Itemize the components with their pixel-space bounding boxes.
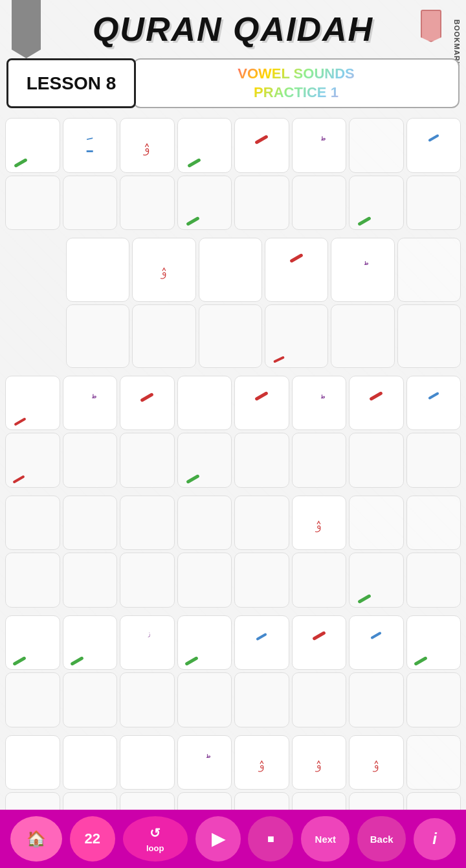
cell-6-8[interactable] (406, 433, 461, 488)
bookmark-icon[interactable] (421, 10, 447, 45)
cell-11-5[interactable]: ۉ (234, 735, 289, 790)
cell-4-3[interactable] (199, 304, 262, 368)
cell-1-6[interactable]: ؕ (292, 118, 347, 173)
cell-10-8[interactable] (406, 672, 461, 727)
cell-4-6[interactable] (397, 304, 461, 368)
cell-2-3[interactable] (120, 176, 175, 231)
cell-6-2[interactable] (63, 433, 118, 488)
home-button[interactable]: 🏠 (10, 816, 62, 862)
stop-button[interactable]: ■ (248, 816, 293, 862)
grid-row-1: ﹷ ۉ ؕ (5, 118, 461, 173)
cell-1-5[interactable] (234, 118, 289, 173)
cell-5-3[interactable] (120, 376, 175, 431)
cell-7-2[interactable] (63, 496, 118, 551)
grid-row-10 (5, 672, 461, 727)
cell-10-7[interactable] (349, 672, 404, 727)
cell-9-4[interactable] (177, 615, 232, 670)
cell-9-7[interactable] (349, 615, 404, 670)
info-button[interactable]: i (414, 818, 456, 860)
home-icon: 🏠 (27, 830, 46, 848)
cell-10-5[interactable] (234, 672, 289, 727)
cell-10-4[interactable] (177, 672, 232, 727)
cell-2-6[interactable] (292, 176, 347, 231)
cell-6-1[interactable] (5, 433, 60, 488)
cell-6-4[interactable] (177, 433, 232, 488)
cell-7-5[interactable] (234, 496, 289, 551)
cell-3-4[interactable] (265, 238, 328, 301)
cell-8-1[interactable] (5, 553, 60, 608)
cell-7-3[interactable] (120, 496, 175, 551)
cell-1-1[interactable] (5, 118, 60, 173)
cell-11-6[interactable]: ۉ (292, 735, 347, 790)
cell-9-2[interactable] (63, 615, 118, 670)
cell-3-6[interactable] (397, 238, 461, 301)
cell-10-6[interactable] (292, 672, 347, 727)
cell-3-1[interactable] (66, 238, 129, 301)
cell-8-6[interactable] (292, 553, 347, 608)
cell-8-8[interactable] (406, 553, 461, 608)
cell-9-1[interactable] (5, 615, 60, 670)
cell-4-2[interactable] (132, 304, 195, 368)
cell-3-3[interactable] (199, 238, 262, 301)
cell-2-8[interactable] (406, 176, 461, 231)
play-button[interactable]: ▶ (195, 816, 241, 862)
cell-5-7[interactable] (349, 376, 404, 431)
cell-2-1[interactable] (5, 176, 60, 231)
cell-8-4[interactable] (177, 553, 232, 608)
cell-7-6[interactable]: ۉ (292, 496, 347, 551)
cell-5-4[interactable] (177, 376, 232, 431)
cell-1-7[interactable] (349, 118, 404, 173)
grid-row-5: ؕ ؕ (5, 376, 461, 431)
cell-6-5[interactable] (234, 433, 289, 488)
cell-4-5[interactable] (331, 304, 394, 368)
cell-10-1[interactable] (5, 672, 60, 727)
cell-9-3[interactable]: ؗ (120, 615, 175, 670)
cell-5-5[interactable] (234, 376, 289, 431)
cell-9-5[interactable] (234, 615, 289, 670)
cell-1-8[interactable] (406, 118, 461, 173)
cell-7-1[interactable] (5, 496, 60, 551)
cell-10-3[interactable] (120, 672, 175, 727)
cell-11-8[interactable] (406, 735, 461, 790)
cell-8-3[interactable] (120, 553, 175, 608)
cell-5-8[interactable] (406, 376, 461, 431)
cell-5-2[interactable]: ؕ (63, 376, 118, 431)
cell-5-1[interactable] (5, 376, 60, 431)
cell-6-6[interactable] (292, 433, 347, 488)
cell-4-4[interactable] (265, 304, 328, 368)
cell-8-5[interactable] (234, 553, 289, 608)
cell-2-7[interactable] (349, 176, 404, 231)
back-button[interactable]: Back (357, 816, 406, 862)
cell-7-8[interactable] (406, 496, 461, 551)
loop-button[interactable]: ↺ loop (123, 816, 188, 862)
cell-3-5[interactable]: ؕ (331, 238, 394, 301)
grid-row-11: ؕ ۉ ۉ ۉ (5, 735, 461, 790)
cell-11-3[interactable] (120, 735, 175, 790)
cell-10-2[interactable] (63, 672, 118, 727)
cell-3-2[interactable]: ۉ (132, 238, 195, 301)
cell-1-3[interactable]: ۉ (120, 118, 175, 173)
cell-11-4[interactable]: ؕ (177, 735, 232, 790)
cell-5-6[interactable]: ؕ (292, 376, 347, 431)
cell-8-7[interactable] (349, 553, 404, 608)
cell-11-2[interactable] (63, 735, 118, 790)
page-number-button[interactable]: 22 (70, 816, 115, 862)
cell-2-2[interactable] (63, 176, 118, 231)
next-button[interactable]: Next (301, 816, 350, 862)
cell-11-7[interactable]: ۉ (349, 735, 404, 790)
cell-9-8[interactable] (406, 615, 461, 670)
cell-6-7[interactable] (349, 433, 404, 488)
cell-7-7[interactable] (349, 496, 404, 551)
cell-4-1[interactable] (66, 304, 129, 368)
cell-1-4[interactable] (177, 118, 232, 173)
cell-7-4[interactable] (177, 496, 232, 551)
grid-row-4 (5, 304, 461, 368)
cell-11-1[interactable] (5, 735, 60, 790)
cell-2-5[interactable] (234, 176, 289, 231)
cell-9-6[interactable] (292, 615, 347, 670)
cell-2-4[interactable] (177, 176, 232, 231)
cell-1-2[interactable]: ﹷ (63, 118, 118, 173)
cell-6-3[interactable] (120, 433, 175, 488)
app-title: QURAN QAIDAH (6, 10, 460, 49)
cell-8-2[interactable] (63, 553, 118, 608)
